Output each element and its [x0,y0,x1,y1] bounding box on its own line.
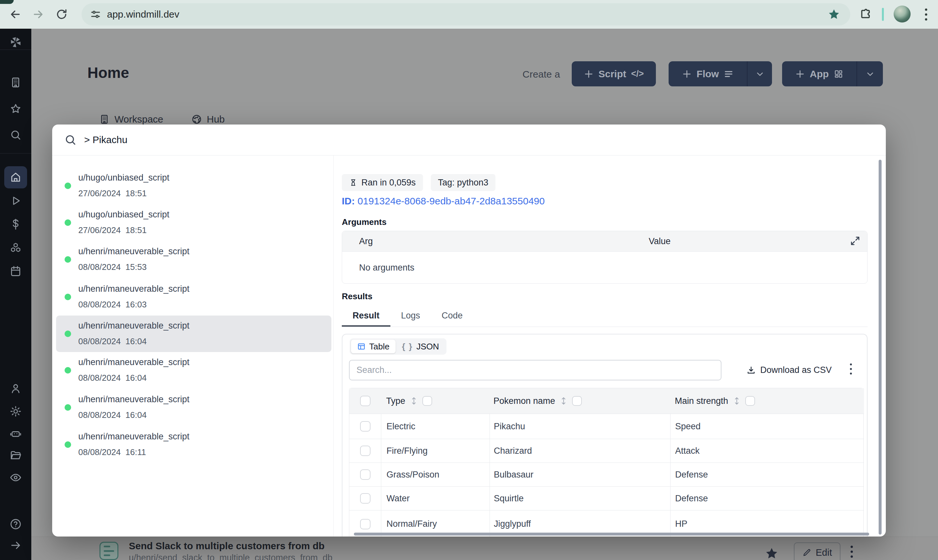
chevron-down-icon [865,69,875,79]
download-icon [746,365,756,375]
arguments-table: Arg Value No arguments [342,231,867,284]
app-dropdown-chevron[interactable] [857,61,883,86]
sidebar-item-account[interactable] [9,382,22,395]
site-settings-icon[interactable] [89,8,102,20]
screen: app.windmill.dev Home Cr [0,0,938,560]
bookmark-star-icon[interactable] [827,8,841,21]
sidebar-item-audit-logs[interactable] [9,471,22,484]
column-header-type[interactable]: Type [381,388,490,414]
tab-hub-label: Hub [207,114,225,125]
run-list-item[interactable]: u/henri/maneuverable_script 08/08/2024 1… [56,426,331,463]
script-row-menu[interactable] [850,546,853,558]
browser-forward-button[interactable] [30,6,46,22]
favorite-star-icon[interactable] [764,546,779,560]
row-checkbox[interactable] [360,519,371,529]
edit-button[interactable]: Edit [794,542,841,560]
create-script-button[interactable]: Script </> [572,61,656,86]
download-csv-button[interactable]: Download as CSV [746,360,832,380]
column-filter-checkbox[interactable] [572,396,582,406]
view-toggle-json[interactable]: { } JSON [396,340,445,353]
profile-avatar[interactable] [893,6,910,23]
create-flow-button[interactable]: Flow [668,61,772,86]
create-app-label: App [810,68,829,80]
browser-reload-button[interactable] [54,6,69,22]
run-list-item[interactable]: u/hugo/unbiased_script 27/06/2024 18:51 [56,168,331,204]
run-list-item[interactable]: u/henri/maneuverable_script 08/08/2024 1… [56,352,331,389]
view-toggle-table[interactable]: Table [351,340,396,353]
column-header-main-strength[interactable]: Main strength [670,388,864,414]
toolbar-divider [882,8,884,21]
column-filter-checkbox[interactable] [745,396,755,406]
run-list-item[interactable]: u/henri/maneuverable_script 08/08/2024 1… [56,241,331,278]
reload-icon [55,8,68,21]
run-datetime: 08/08/2024 16:03 [78,300,147,310]
view-toggle: Table { } JSON [350,338,447,355]
horizontal-scrollbar[interactable] [354,532,869,535]
vertical-scrollbar[interactable] [879,160,882,535]
run-name: u/henri/maneuverable_script [78,394,189,405]
tag-badge: Tag: python3 [431,174,496,191]
run-list-item[interactable]: u/henri/maneuverable_script 08/08/2024 1… [56,389,331,426]
sidebar-expand-arrow[interactable] [9,539,22,552]
sort-icon[interactable] [560,396,567,406]
extensions-puzzle-icon [859,8,872,21]
run-name: u/hugo/unbiased_script [78,173,169,183]
browser-menu-button[interactable] [918,6,934,22]
sidebar-item-workers[interactable] [9,427,22,440]
list-detail-divider [333,155,334,537]
create-script-label: Script [599,68,626,80]
run-datetime: 08/08/2024 16:04 [78,336,147,346]
run-list-item[interactable]: u/henri/maneuverable_script 08/08/2024 1… [56,279,331,315]
column-header-pokemon-name[interactable]: Pokemon name [490,388,670,414]
app-sidebar [0,29,31,560]
column-label: Type [386,396,405,406]
sidebar-item-favorites[interactable] [9,103,22,115]
sidebar-item-variables[interactable] [9,218,22,231]
row-checkbox[interactable] [360,493,371,504]
palette-search-input[interactable] [84,134,476,145]
sidebar-item-resources[interactable] [9,242,22,254]
sidebar-item-folders[interactable] [9,449,22,462]
run-name: u/henri/maneuverable_script [78,321,189,331]
tab-logs[interactable]: Logs [390,306,431,327]
tab-hub[interactable]: Hub [191,113,225,126]
run-list-item-selected[interactable]: u/henri/maneuverable_script 08/08/2024 1… [56,315,331,352]
script-row-send-slack[interactable]: Send Slack to multiple customers from db… [31,537,938,560]
sidebar-item-settings[interactable] [9,405,22,418]
job-id-label: ID: [342,195,355,206]
row-checkbox[interactable] [360,421,371,432]
result-search-input[interactable] [349,360,721,380]
view-json-label: JSON [416,342,439,352]
run-datetime: 08/08/2024 16:11 [78,447,146,457]
sidebar-item-runs[interactable] [9,195,22,207]
result-table-menu[interactable] [850,363,852,375]
column-filter-checkbox[interactable] [422,396,432,406]
run-list-item[interactable]: u/hugo/unbiased_script 27/06/2024 18:51 [56,205,331,241]
extensions-button[interactable] [858,6,873,22]
tab-workspace[interactable]: Workspace [99,113,163,126]
flow-dropdown-chevron[interactable] [747,61,772,86]
sort-icon[interactable] [410,396,418,406]
select-all-checkbox[interactable] [360,396,371,406]
home-icon[interactable] [9,171,22,183]
row-select-cell [349,414,381,439]
tab-code[interactable]: Code [431,306,474,327]
sidebar-item-help[interactable] [9,518,22,530]
browser-back-button[interactable] [8,6,23,22]
row-checkbox[interactable] [360,469,371,480]
create-app-button[interactable]: App [782,61,883,86]
script-row-title: Send Slack to multiple customers from db [129,540,325,552]
workspace-building-icon [99,114,110,125]
sort-icon[interactable] [733,396,741,406]
row-checkbox[interactable] [360,446,371,456]
command-palette-modal: u/hugo/unbiased_script 27/06/2024 18:51 … [52,125,886,537]
view-table-label: Table [369,342,390,352]
expand-icon[interactable] [850,235,861,246]
url-bar[interactable]: app.windmill.dev [82,3,850,25]
sidebar-item-search[interactable] [9,129,22,141]
windmill-logo-icon[interactable] [8,35,23,49]
tab-result[interactable]: Result [342,306,390,327]
sidebar-item-schedules[interactable] [9,265,22,277]
job-id-link[interactable]: ID: 0191324e-8068-9edb-ab47-2d8a13550490 [342,195,545,207]
sidebar-item-workspace[interactable] [9,76,22,89]
